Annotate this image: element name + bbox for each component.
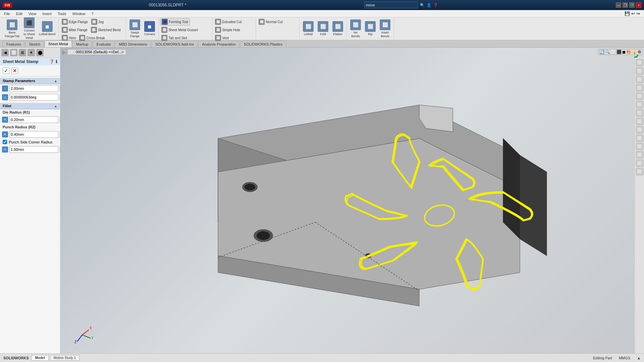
rt-btn-13[interactable]: ⬜ <box>636 160 643 167</box>
stamp-parameters-section[interactable]: Stamp Parameters ▲ <box>0 78 60 84</box>
swept-flange-button[interactable]: ⬜ SweptFlange <box>128 19 142 39</box>
ok-button[interactable]: ✓ <box>3 67 9 74</box>
lofted-bend-button[interactable]: ◼ Lofted-Bend <box>38 20 57 37</box>
menu-window[interactable]: Window <box>70 11 88 16</box>
menu-file[interactable]: File <box>1 11 13 16</box>
angle-up-spinner[interactable]: ▲ <box>60 94 60 97</box>
tab-motion-study[interactable]: Motion Study 1 <box>50 355 80 361</box>
angle-down-spinner[interactable]: ▼ <box>60 97 60 101</box>
rt-btn-11[interactable]: ⬜ <box>636 143 643 150</box>
rt-btn-12[interactable]: ⬜ <box>636 151 643 159</box>
panel-icon-5[interactable]: ⬤ <box>36 49 44 56</box>
rt-btn-5[interactable]: ⬜ <box>636 93 643 100</box>
fillet-section[interactable]: Fillet ▲ <box>0 103 60 109</box>
view-appearance-icon[interactable]: 🎨 <box>626 50 631 54</box>
restore-button[interactable]: ❐ <box>629 2 635 8</box>
punch-radius-input[interactable] <box>9 131 58 138</box>
help-icon[interactable]: ❓ <box>433 3 438 7</box>
cancel-button[interactable]: ✕ <box>11 67 18 74</box>
user-icon[interactable]: 👤 <box>427 3 431 7</box>
depth-up-spinner[interactable]: ▲ <box>60 85 60 88</box>
no-bends-button[interactable]: ⬜ NoBends <box>349 19 362 39</box>
menu-tools[interactable]: Tools <box>55 11 69 16</box>
view-rotate-icon[interactable]: 🔄 <box>599 50 604 54</box>
search-icon[interactable]: 🔍 <box>420 3 425 7</box>
tab-analysis-preparation[interactable]: Analysis Preparation <box>198 41 239 47</box>
tab-slot-button[interactable]: ⬜ Tab and Slot <box>160 34 189 42</box>
view-settings-icon[interactable]: ⚙ <box>638 50 641 54</box>
tab-model[interactable]: Model <box>32 355 49 361</box>
angle-input[interactable] <box>9 94 58 101</box>
close-button[interactable]: ✕ <box>636 2 641 8</box>
depth-down-spinner[interactable]: ▼ <box>60 88 60 92</box>
tab-features[interactable]: Features <box>3 41 24 47</box>
punch-radius-up[interactable]: ▲ <box>60 131 60 134</box>
tab-mbd-dimensions[interactable]: MBD Dimensions <box>115 41 151 47</box>
view-display-icon[interactable]: ◼ <box>622 50 626 54</box>
rt-btn-1[interactable]: ⬜ <box>636 59 643 66</box>
corners-button[interactable]: ◼ Corners <box>143 20 156 37</box>
forming-tool-button[interactable]: ⬛ Forming Tool <box>160 18 190 25</box>
die-radius-down[interactable]: ▼ <box>60 120 60 123</box>
viewport-expand-icon[interactable]: ▷ <box>62 50 66 54</box>
punch-radius-down[interactable]: ▼ <box>60 134 60 138</box>
menu-help[interactable]: ? <box>89 11 96 16</box>
extruded-cut-button[interactable]: ⬜ Extruded Cut <box>214 18 243 25</box>
rt-btn-7[interactable]: ⬜ <box>636 109 643 117</box>
convert-sheet-button[interactable]: ⬛ Convertto SheetMetal <box>22 17 37 40</box>
minimize-button[interactable]: — <box>616 2 621 8</box>
menu-view[interactable]: View <box>26 11 39 16</box>
flatten-button[interactable]: ⬜ Flatten <box>331 20 344 37</box>
unfold-button[interactable]: ⬜ Unfold <box>302 20 315 37</box>
quick-save-icon[interactable]: 💾 <box>625 11 630 16</box>
rt-btn-10[interactable]: ⬜ <box>636 134 643 142</box>
base-flange-button[interactable]: ⬜ BaseFlange/Tab <box>3 19 21 39</box>
quick-undo-icon[interactable]: ↩ <box>631 11 635 16</box>
sketched-bend-button[interactable]: ⬜ Sketched Bend <box>90 26 122 34</box>
panel-icon-2[interactable]: ⬜ <box>10 49 17 56</box>
viewport[interactable]: ▷ ⬜ 00013056 (Default) <<Def...> 🔄 🔍 ⬜ ⬛… <box>60 48 644 353</box>
rt-btn-14[interactable]: ⬜ <box>636 168 643 175</box>
tab-markup[interactable]: Markup <box>72 41 92 47</box>
insert-bends-button[interactable]: ⬜ InsertBends <box>378 19 392 39</box>
rt-btn-3[interactable]: ⬜ <box>636 76 643 83</box>
cross-break-button[interactable]: ⬜ Cross-Break <box>78 34 106 42</box>
quick-redo-icon[interactable]: ↪ <box>636 11 640 16</box>
units-icon[interactable]: ▲ <box>637 356 641 360</box>
rt-btn-6[interactable]: ⬜ <box>636 101 643 108</box>
panel-help-icon[interactable]: ❓ <box>49 59 54 64</box>
punch-side-corner-checkbox[interactable] <box>3 140 7 144</box>
normal-cut-button[interactable]: ⬜ Normal Cut <box>257 18 284 25</box>
die-radius-up[interactable]: ▲ <box>60 116 60 120</box>
rt-btn-8[interactable]: ⬜ <box>636 118 643 125</box>
corner-radius-down[interactable]: ▼ <box>60 149 60 153</box>
tab-solidworks-addins[interactable]: SOLIDWORKS Add-Ins <box>152 41 198 47</box>
view-scene-icon[interactable]: 💡 <box>632 50 637 54</box>
tab-evaluate[interactable]: Evaluate <box>93 41 114 47</box>
panel-icon-1[interactable]: ◀ <box>1 49 9 56</box>
tab-sketch[interactable]: Sketch <box>25 41 44 47</box>
corner-radius-up[interactable]: ▲ <box>60 146 60 149</box>
menu-edit[interactable]: Edit <box>13 11 25 16</box>
maximize-button[interactable]: ❐ <box>623 2 628 8</box>
panel-icon-3[interactable]: ⊞ <box>19 49 26 56</box>
view-orientation-icon[interactable]: ⬛ <box>616 50 622 54</box>
die-radius-input[interactable] <box>9 116 58 123</box>
rt-btn-2[interactable]: ⬜ <box>636 67 643 75</box>
view-zoom-icon[interactable]: 🔍 <box>605 50 610 54</box>
fold-button[interactable]: ⬜ Fold <box>316 20 330 37</box>
view-section-icon[interactable]: ⬜ <box>611 50 616 54</box>
jog-button[interactable]: ⬜ Jog <box>90 18 105 25</box>
miter-flange-button[interactable]: ⬜ Miter Flange <box>60 26 89 34</box>
title-search-input[interactable] <box>364 2 418 8</box>
corner-radius-input[interactable] <box>9 146 58 153</box>
rt-btn-4[interactable]: ⬜ <box>636 84 643 92</box>
tab-sheet-metal[interactable]: Sheet Metal <box>45 41 72 47</box>
panel-info-icon[interactable]: ℹ <box>56 59 57 64</box>
sheet-metal-gusset-button[interactable]: ⬜ Sheet Metal Gusset <box>160 26 199 34</box>
panel-icon-4[interactable]: ✦ <box>28 49 35 56</box>
edge-flange-button[interactable]: ⬜ Edge Flange <box>60 18 89 25</box>
tab-solidworks-plastics[interactable]: SOLIDWORKS Plastics <box>240 41 286 47</box>
rip-button[interactable]: ⬜ Rip <box>364 20 377 37</box>
vent-button[interactable]: ⬜ Vent <box>214 34 230 42</box>
